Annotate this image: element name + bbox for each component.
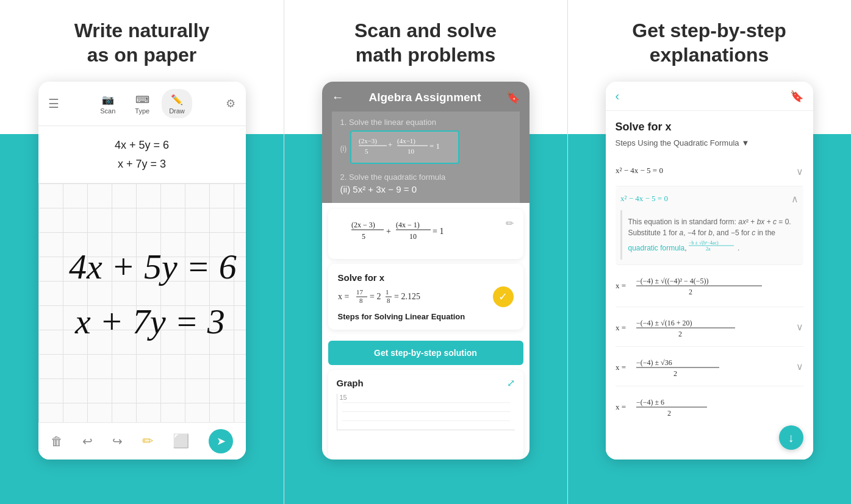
svg-text:+: +: [386, 227, 391, 236]
expand-icon[interactable]: ⤢: [507, 377, 515, 389]
solve-value-row: x = 17 8 = 2 1 8 = 2.125 ✓: [338, 286, 514, 307]
steps-content: Solve for x Steps Using the Quadratic Fo…: [606, 111, 813, 460]
svg-text:17: 17: [356, 288, 364, 296]
svg-text:x + 7y = 3: x + 7y = 3: [74, 302, 225, 341]
bookmark-icon[interactable]: 🔖: [506, 91, 520, 104]
type-button[interactable]: ⌨ Type: [127, 89, 157, 118]
step-row-3: x = −(−4) ± √((−4)² − 4(−5)) 2: [616, 265, 803, 307]
redo-icon[interactable]: ↪: [112, 434, 123, 449]
scanned-eq: (2x−3) 5 + (4x−1) 10 = 1: [357, 149, 452, 159]
steps-back-button[interactable]: ‹: [616, 89, 620, 103]
svg-text:10: 10: [409, 232, 417, 241]
scan-header: ← Algebra Assignment 🔖: [332, 90, 520, 104]
step-eq-1: x² − 4x − 5 = 0: [616, 163, 689, 179]
svg-text:x =: x =: [616, 402, 626, 411]
svg-text:x =: x =: [616, 323, 626, 332]
svg-text:2: 2: [667, 409, 671, 417]
solve-value: x = 17 8 = 2 1 8 = 2.125: [338, 287, 448, 307]
phone-toolbar: ☰ 📷 Scan ⌨ Type ✏️ Draw ⚙: [38, 82, 246, 126]
scan-button[interactable]: 📷 Scan: [93, 89, 123, 118]
svg-text:5: 5: [365, 147, 368, 155]
svg-text:8: 8: [359, 297, 363, 304]
scroll-down-button[interactable]: ↓: [779, 425, 803, 450]
column-write-naturally: Write naturally as on paper ☰ 📷 Scan ⌨ T…: [0, 0, 284, 504]
menu-icon[interactable]: ☰: [48, 96, 59, 111]
problem1-label: 1. Solve the linear equation: [340, 118, 511, 127]
svg-text:(2x − 3): (2x − 3): [351, 221, 375, 229]
handwriting-canvas[interactable]: 4x + 5y = 6 x + 7y = 3: [38, 183, 246, 422]
scan-label: Scan: [100, 107, 115, 115]
scan-problem-area: 1. Solve the linear equation (i) (2x−3) …: [332, 112, 520, 203]
draw-button[interactable]: ✏️ Draw: [162, 89, 192, 118]
phone-mockup-col2: ← Algebra Assignment 🔖 1. Solve the line…: [322, 82, 530, 460]
undo-icon[interactable]: ↩: [82, 434, 93, 449]
svg-text:x =: x =: [616, 363, 626, 372]
steps-bookmark-icon[interactable]: 🔖: [790, 90, 803, 103]
step-row-2: x² − 4x − 5 = 0 ∧ This equation is in st…: [616, 186, 803, 265]
svg-text:(4x − 1): (4x − 1): [396, 221, 420, 229]
method-dropdown-icon[interactable]: ▼: [742, 138, 750, 147]
svg-text:−b ± √(b²−4ac): −b ± √(b²−4ac): [689, 240, 719, 246]
graph-title: Graph: [337, 378, 364, 388]
draw-label: Draw: [169, 107, 185, 115]
col2-title: Scan and solve math problems: [342, 18, 509, 67]
svg-text:1: 1: [386, 288, 389, 296]
svg-text:x =: x =: [338, 292, 350, 301]
svg-text:−(−4) ± √(16 + 20): −(−4) ± √(16 + 20): [636, 319, 692, 327]
solve-equation-card: ✏ (2x − 3) 5 + (4x − 1) 10 = 1: [328, 209, 523, 259]
svg-text:−(−4) ± √((−4)² − 4(−5)): −(−4) ± √((−4)² − 4(−5)): [636, 277, 709, 285]
graph-card: Graph ⤢ 15: [328, 370, 523, 460]
step-row-4: x = −(−4) ± √(16 + 20) 2 ∨: [616, 307, 803, 347]
steps-header: ‹ 🔖: [606, 82, 813, 111]
svg-text:2: 2: [689, 288, 692, 296]
column-step-explanations: Get step-by-step explanations ‹ 🔖 Solve …: [567, 0, 851, 504]
problem2-label: 2. Solve the quadratic formula: [340, 172, 511, 182]
toolbar-buttons: 📷 Scan ⌨ Type ✏️ Draw: [93, 89, 192, 118]
graph-header: Graph ⤢: [337, 377, 515, 389]
svg-text:x =: x =: [616, 281, 626, 290]
step-chevron-4[interactable]: ∨: [796, 321, 803, 333]
eraser-icon[interactable]: ⬜: [173, 433, 189, 449]
scanned-equation-box: (2x−3) 5 + (4x−1) 10 = 1: [350, 130, 459, 164]
step-chevron-2[interactable]: ∧: [791, 193, 799, 205]
typed-equations-area: 4x + 5y = 6 x + 7y = 3: [38, 126, 246, 183]
phone-mockup-col3: ‹ 🔖 Solve for x Steps Using the Quadrati…: [606, 82, 813, 460]
svg-text:5: 5: [362, 232, 365, 241]
svg-text:= 2: = 2: [370, 292, 381, 301]
check-icon: ✓: [493, 286, 514, 307]
scan-icon: 📷: [101, 93, 115, 106]
edit-icon[interactable]: ✏: [506, 218, 514, 229]
step-chevron-1[interactable]: ∨: [796, 166, 803, 177]
solve-result-card: Solve for x x = 17 8 = 2 1 8 = 2.125: [328, 264, 523, 330]
col1-title: Write naturally as on paper: [62, 18, 222, 67]
quadratic-formula-link[interactable]: quadratic formula: [628, 244, 685, 252]
pencil-icon[interactable]: ✏: [142, 433, 153, 449]
svg-text:(4x−1): (4x−1): [397, 137, 415, 145]
step-chevron-5[interactable]: ∨: [796, 361, 803, 372]
graph-area: 15: [337, 394, 515, 430]
svg-text:2: 2: [673, 369, 677, 378]
column-scan-solve: Scan and solve math problems ← Algebra A…: [284, 0, 567, 504]
step-by-step-button[interactable]: Get step-by-step solution: [328, 341, 523, 365]
col3-title: Get step-by-step explanations: [620, 18, 798, 67]
scan-camera-area: ← Algebra Assignment 🔖 1. Solve the line…: [322, 82, 530, 203]
type-label: Type: [135, 107, 149, 115]
main-equation-display: (2x − 3) 5 + (4x − 1) 10 = 1: [338, 218, 514, 250]
steps-method-row: Steps Using the Quadratic Formula ▼: [616, 138, 803, 147]
svg-text:= 2.125: = 2.125: [394, 292, 420, 301]
step-row-5: x = −(−4) ± √36 2 ∨: [616, 347, 803, 386]
svg-text:x² − 4x − 5 = 0: x² − 4x − 5 = 0: [616, 166, 663, 175]
typed-eq1: 4x + 5y = 6: [51, 136, 234, 155]
svg-text:8: 8: [387, 297, 390, 304]
back-button[interactable]: ←: [332, 90, 344, 104]
graph-y-label: 15: [340, 394, 347, 401]
step-eq-2-teal: x² − 4x − 5 = 0: [620, 191, 694, 207]
trash-icon[interactable]: 🗑: [51, 435, 63, 449]
settings-icon[interactable]: ⚙: [226, 97, 235, 110]
problem2-eq: (ii) 5x² + 3x − 9 = 0: [340, 184, 511, 194]
solve-for-label: Solve for x: [338, 272, 514, 283]
send-button[interactable]: ➤: [209, 429, 233, 453]
handwriting-svg: 4x + 5y = 6 x + 7y = 3: [38, 183, 246, 422]
steps-method-label: Steps Using the Quadratic Formula: [616, 138, 739, 147]
type-icon: ⌨: [135, 93, 149, 106]
